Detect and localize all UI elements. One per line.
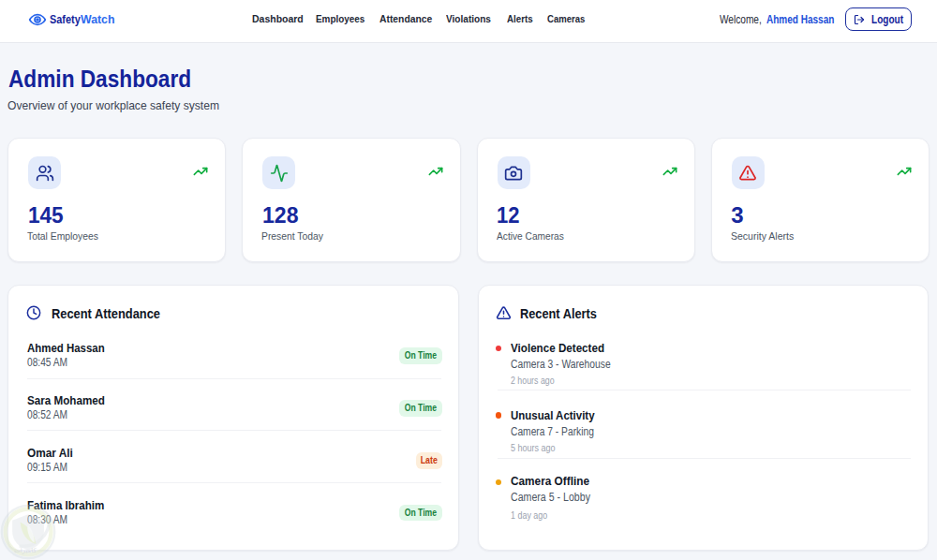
svg-text:كاميرات: كاميرات <box>14 547 37 554</box>
